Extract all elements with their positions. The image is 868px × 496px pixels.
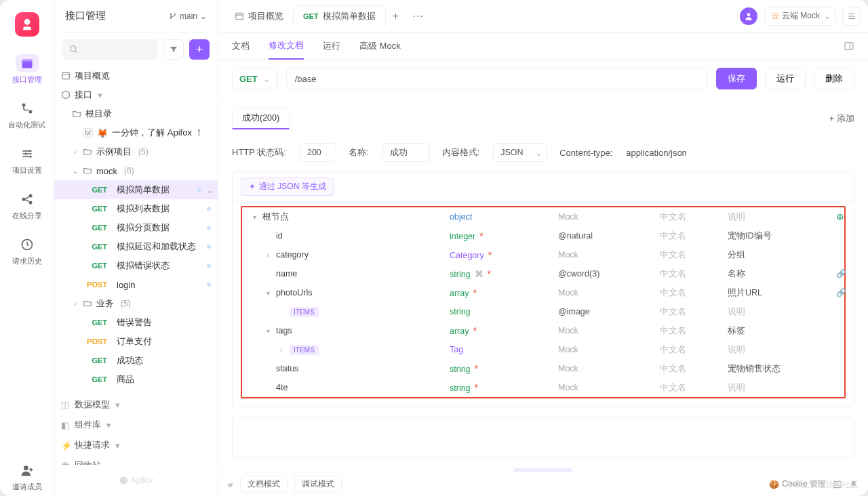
calendar-icon <box>20 56 34 70</box>
tree-root-folder[interactable]: 根目录 <box>54 104 218 123</box>
subtab[interactable]: 文档 <box>232 33 250 59</box>
schema-row[interactable]: ITEMS string @image 中文名 说明 <box>242 302 844 321</box>
tab-more[interactable]: ⋯ <box>406 9 430 22</box>
schema-row[interactable]: name string⌘* @cword(3) 中文名 名称 🔗 <box>242 264 844 283</box>
bell-icon[interactable] <box>849 480 859 489</box>
subtab[interactable]: 修改文档 <box>269 33 304 60</box>
tree-section[interactable]: 🗑回收站 <box>54 455 218 465</box>
nav-share[interactable]: 在线分享 <box>0 184 54 225</box>
schema-row[interactable]: id integer* @natural 中文名 宠物ID编号 <box>242 226 844 245</box>
svg-point-3 <box>28 110 32 114</box>
status-code-input[interactable] <box>300 143 336 162</box>
svg-rect-16 <box>62 73 70 79</box>
folder-icon <box>83 299 92 308</box>
branch-selector[interactable]: main ⌄ <box>169 12 207 21</box>
split-view-icon[interactable] <box>844 41 854 51</box>
schema-row[interactable]: ›category Category* Mock 中文名 分组 <box>242 245 844 264</box>
markdown-icon: M <box>83 128 93 138</box>
tree-api-item[interactable]: GET成功态 <box>54 351 218 370</box>
tree-biz-folder[interactable]: › 业务(5) <box>54 294 218 313</box>
nav-settings[interactable]: 项目设置 <box>0 138 54 180</box>
nav-invite[interactable]: 邀请成员 <box>0 455 54 496</box>
tree-api-item[interactable]: GET错误警告 <box>54 313 218 332</box>
add-button[interactable]: + <box>189 39 210 60</box>
filter-icon <box>169 45 178 54</box>
window-icon <box>61 71 71 81</box>
avatar[interactable] <box>740 7 757 25</box>
response-meta: HTTP 状态码: 名称: 内容格式: JSON Content-type: a… <box>232 139 854 171</box>
delete-button[interactable]: 删除 <box>814 68 854 89</box>
nav-api-manage[interactable]: 接口管理 <box>0 47 54 89</box>
footer: « 文档模式 调试模式 🍪 Cookie 管理 <box>218 472 868 496</box>
tree-overview[interactable]: 项目概览 <box>54 66 218 85</box>
tab-active-api[interactable]: GET 模拟简单数据 <box>293 5 386 27</box>
tree-api-item[interactable]: GET模拟延迟和加载状态 <box>54 237 218 256</box>
filter-button[interactable] <box>163 39 184 60</box>
save-button[interactable]: 保存 <box>716 68 757 89</box>
schema-row[interactable]: ▾tags array* Mock 中文名 标签 <box>242 321 844 340</box>
generate-from-json[interactable]: 通过 JSON 等生成 <box>241 178 334 196</box>
svg-point-19 <box>747 13 751 16</box>
svg-rect-20 <box>845 42 853 49</box>
method-selector[interactable]: GET <box>232 68 278 89</box>
url-input[interactable]: /base <box>286 68 708 89</box>
tree-sample-project[interactable]: › 示例项目(5) <box>54 142 218 161</box>
name-input[interactable] <box>382 143 430 162</box>
user-plus-icon <box>20 463 34 477</box>
tree-api-item[interactable]: GET模拟简单数据 <box>54 180 218 199</box>
tree-api-item[interactable]: POST订单支付 <box>54 332 218 351</box>
tree-api-item[interactable]: GET模拟分页数据 <box>54 218 218 237</box>
svg-point-8 <box>28 194 32 198</box>
schema-box: 通过 JSON 等生成 ▾根节点 object Mock 中文名 说明 ⊕ id… <box>232 171 854 407</box>
menu-button[interactable] <box>842 7 861 26</box>
subtab[interactable]: 高级 Mock <box>359 33 401 59</box>
share-icon <box>20 192 34 206</box>
folder-icon <box>83 147 92 157</box>
tab-overview[interactable]: 项目概览 <box>225 5 293 27</box>
tab-add[interactable]: + <box>386 10 406 22</box>
terminal-icon[interactable] <box>833 480 842 489</box>
tree-api-item[interactable]: GET模拟列表数据 <box>54 199 218 218</box>
nav-history[interactable]: 请求历史 <box>0 229 54 270</box>
svg-point-11 <box>24 466 28 470</box>
add-field-icon[interactable]: ⊕ <box>836 211 844 222</box>
tree-api-item[interactable]: POSTlogin <box>54 275 218 294</box>
panel-title: 接口管理 <box>65 9 106 22</box>
svg-point-5 <box>24 152 26 154</box>
schema-row[interactable]: ›ITEMS Tag Mock 中文名 说明 <box>242 340 844 359</box>
link-icon[interactable]: 🔗 <box>836 269 846 278</box>
schema-table: ▾根节点 object Mock 中文名 说明 ⊕ id integer* @n… <box>241 206 846 398</box>
collapse-sidebar[interactable]: « <box>228 479 233 490</box>
nav-automation[interactable]: 自动化测试 <box>0 93 54 134</box>
mode-debug[interactable]: 调试模式 <box>294 476 342 493</box>
schema-row[interactable]: ▾photoUrls array* Mock 中文名 照片URL 🔗 <box>242 283 844 302</box>
add-response[interactable]: + 添加 <box>829 112 854 125</box>
tree-quickstart[interactable]: M 🦊 一分钟，了解 Apifox ！ <box>54 123 218 142</box>
format-select[interactable]: JSON <box>493 143 547 162</box>
schema-row[interactable]: status string* Mock 中文名 宠物销售状态 <box>242 359 844 378</box>
content-type-value: application/json <box>626 148 687 158</box>
svg-rect-1 <box>22 59 32 61</box>
cookie-manage[interactable]: 🍪 Cookie 管理 <box>769 478 826 490</box>
search-input[interactable] <box>62 39 158 60</box>
env-selector[interactable]: 云云端 Mock <box>764 7 835 26</box>
schema-row[interactable]: 4te string* Mock 中文名 说明 <box>242 378 844 397</box>
response-tab[interactable]: 成功(200) <box>232 108 290 129</box>
svg-point-9 <box>28 201 32 205</box>
run-button[interactable]: 运行 <box>765 68 806 89</box>
request-line: GET /base 保存 运行 删除 <box>218 60 868 98</box>
tree-section[interactable]: ⚡快捷请求▾ <box>54 435 218 455</box>
link-icon[interactable]: 🔗 <box>836 288 846 297</box>
schema-row[interactable]: ▾根节点 object Mock 中文名 说明 ⊕ <box>242 207 844 226</box>
app-logo <box>15 12 39 37</box>
example-box <box>232 417 854 457</box>
tree-api-item[interactable]: GET商品 <box>54 370 218 389</box>
tree-mock-folder[interactable]: ⌄ mock(6) <box>54 161 218 180</box>
mode-doc[interactable]: 文档模式 <box>240 476 288 493</box>
tree-section[interactable]: ◫数据模型▾ <box>54 394 218 415</box>
tree-api-item[interactable]: GET模拟错误状态 <box>54 256 218 275</box>
tree-section[interactable]: ◧组件库▾ <box>54 415 218 435</box>
svg-point-7 <box>22 198 25 201</box>
tree-interface-root[interactable]: 接口▾ <box>54 85 218 104</box>
subtab[interactable]: 运行 <box>323 33 340 59</box>
